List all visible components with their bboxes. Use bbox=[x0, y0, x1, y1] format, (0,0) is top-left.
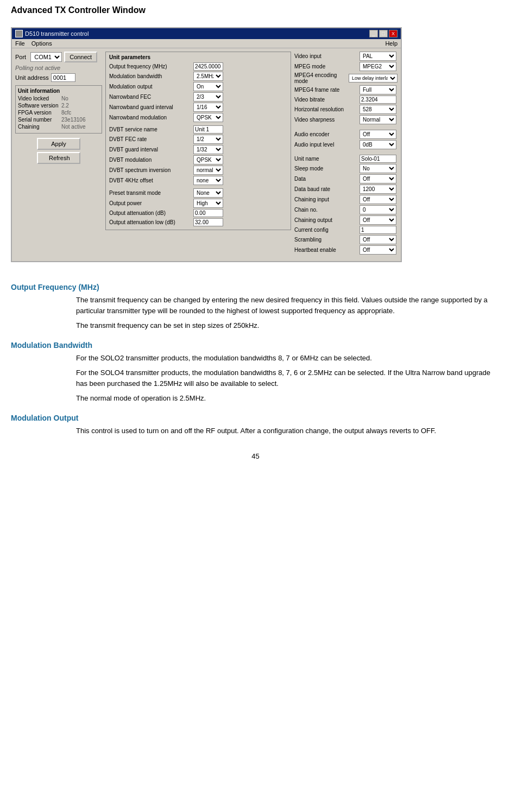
unit-params-title: Unit parameters bbox=[109, 54, 287, 60]
right-label-baudrate: Data baud rate bbox=[294, 186, 359, 192]
right-input-curconfig[interactable] bbox=[359, 226, 396, 234]
param-label-4: Narrowband guard interval bbox=[109, 104, 193, 110]
param-select-dvbtmod[interactable]: QPSK bbox=[193, 155, 223, 164]
right-select-chainno[interactable]: 0 bbox=[359, 205, 396, 214]
param-label-2: Modulation output bbox=[109, 84, 193, 90]
maximize-button[interactable]: □ bbox=[379, 30, 388, 37]
param-input-freq[interactable] bbox=[193, 62, 223, 71]
param-select-nbguard[interactable]: 1/16 bbox=[193, 103, 223, 112]
param-label-8: DVBT guard interval bbox=[109, 147, 193, 153]
right-select-vidinput[interactable]: PAL bbox=[359, 52, 396, 61]
param-label-6: DVBT service name bbox=[109, 126, 193, 132]
param-label-11: DVBT 4KHz offset bbox=[109, 177, 193, 183]
para-modbw-0: For the SOLO2 transmitter products, the … bbox=[76, 353, 500, 364]
info-label-fpga: FPGA version bbox=[18, 110, 61, 116]
right-label-audiolevel: Audio input level bbox=[294, 142, 359, 148]
right-label-scramble: Scrambling bbox=[294, 237, 359, 243]
right-label-chainno: Chain no. bbox=[294, 207, 359, 213]
param-select-preset[interactable]: None bbox=[193, 188, 223, 198]
para-modout-0: This control is used to turn on and off … bbox=[76, 426, 500, 436]
info-value-fpga: 8cfc bbox=[61, 110, 71, 116]
right-select-chainout[interactable]: Off bbox=[359, 215, 396, 225]
param-label-9: DVBT modulation bbox=[109, 157, 193, 163]
param-label-1: Modulation bandwidth bbox=[109, 73, 193, 79]
right-select-audiolevel[interactable]: 0dB bbox=[359, 140, 396, 149]
close-button[interactable]: X bbox=[389, 30, 398, 37]
right-label-data: Data bbox=[294, 176, 359, 182]
para-output-freq-0: The transmit frequency can be changed by… bbox=[76, 295, 500, 316]
param-label-13: Output power bbox=[109, 200, 193, 206]
param-label-12: Preset transmit mode bbox=[109, 190, 193, 196]
info-label-video-locked: Video locked bbox=[18, 96, 61, 101]
section-output-freq: Output Frequency (MHz) The transmit freq… bbox=[11, 283, 500, 331]
param-select-specinv[interactable]: normal bbox=[193, 166, 223, 175]
param-select-4khz[interactable]: none bbox=[193, 176, 223, 185]
polling-status: Polling not active bbox=[15, 65, 102, 71]
param-label-0: Output frequency (MHz) bbox=[109, 64, 193, 69]
info-label-sw-version: Software version bbox=[18, 103, 61, 109]
right-label-chainout: Chaining output bbox=[294, 217, 359, 223]
right-group-2: Audio encoderOff Audio input level0dB bbox=[294, 130, 398, 149]
param-select-modbw[interactable]: 2.5MHz bbox=[193, 72, 223, 81]
page-number: 45 bbox=[11, 452, 500, 460]
right-group-1: Video inputPAL MPEG modeMPEG2 MPEG4 enco… bbox=[294, 52, 398, 124]
page-main-heading: Advanced TX Controller Window bbox=[11, 5, 500, 15]
right-select-scramble[interactable]: Off bbox=[359, 235, 396, 244]
right-select-sleep[interactable]: No bbox=[359, 164, 396, 173]
right-select-audioenc[interactable]: Off bbox=[359, 130, 396, 139]
param-select-dvbtfec[interactable]: 1/2 bbox=[193, 135, 223, 144]
param-select-nbfec[interactable]: 2/3 bbox=[193, 92, 223, 101]
port-select[interactable]: COM1 bbox=[30, 52, 62, 62]
menu-options[interactable]: Options bbox=[31, 40, 52, 47]
para-modbw-2: The normal mode of operation is 2.5MHz. bbox=[76, 393, 500, 404]
param-input-atten[interactable] bbox=[193, 209, 223, 217]
right-select-data[interactable]: Off bbox=[359, 174, 396, 183]
param-input-svcname[interactable] bbox=[193, 125, 223, 134]
menu-help[interactable]: Help bbox=[385, 40, 398, 47]
right-select-heartbeat[interactable]: Off bbox=[359, 245, 396, 255]
right-select-chainin[interactable]: Off bbox=[359, 195, 396, 204]
info-label-serial: Serial number bbox=[18, 117, 61, 123]
info-label-chaining: Chaining bbox=[18, 124, 61, 130]
param-select-dvbtguard[interactable]: 1/32 bbox=[193, 145, 223, 154]
right-label-mpeg4enc: MPEG4 encoding mode bbox=[294, 72, 349, 84]
param-select-nbmod[interactable]: QPSK bbox=[193, 113, 223, 122]
param-label-15: Output attenuation low (dB) bbox=[109, 219, 193, 225]
right-input-unitname[interactable] bbox=[359, 155, 396, 163]
menu-bar: File Options Help bbox=[12, 39, 401, 48]
right-select-hres[interactable]: 528 bbox=[359, 105, 396, 114]
menu-file[interactable]: File bbox=[15, 40, 25, 47]
right-label-sleep: Sleep mode bbox=[294, 166, 359, 172]
right-label-unitname: Unit name bbox=[294, 156, 359, 162]
right-label-chainin: Chaining input bbox=[294, 196, 359, 202]
unit-address-input[interactable] bbox=[51, 73, 75, 82]
right-select-mpeg4enc[interactable]: Low delay interlace bbox=[349, 74, 398, 83]
minimize-button[interactable]: _ bbox=[369, 30, 378, 37]
param-select-modout[interactable]: On bbox=[193, 82, 223, 91]
heading-mod-bandwidth: Modulation Bandwidth bbox=[11, 341, 500, 350]
right-select-mpeg4fps[interactable]: Full bbox=[359, 85, 396, 94]
refresh-button[interactable]: Refresh bbox=[37, 152, 80, 164]
right-select-vidsharp[interactable]: Normal bbox=[359, 115, 396, 124]
window-icon bbox=[15, 30, 23, 37]
param-label-10: DVBT spectrum inversion bbox=[109, 167, 193, 173]
right-label-mpeg4fps: MPEG4 frame rate bbox=[294, 87, 359, 93]
right-label-mpegmode: MPEG mode bbox=[294, 64, 359, 69]
right-select-mpegmode[interactable]: MPEG2 bbox=[359, 62, 396, 71]
param-label-14: Output attenuation (dB) bbox=[109, 210, 193, 216]
para-modbw-1: For the SOLO4 transmitter products, the … bbox=[76, 367, 500, 389]
apply-button[interactable]: Apply bbox=[37, 138, 80, 150]
connect-button[interactable]: Connect bbox=[64, 52, 97, 62]
right-label-curconfig: Current config bbox=[294, 227, 359, 233]
right-label-heartbeat: Heartbeat enable bbox=[294, 247, 359, 253]
right-select-baudrate[interactable]: 1200 bbox=[359, 185, 396, 194]
right-label-hres: Horizontal resolution bbox=[294, 106, 359, 112]
right-input-vidbitrate[interactable] bbox=[359, 96, 396, 104]
left-panel: Port COM1 Connect Polling not active Uni… bbox=[15, 52, 102, 258]
param-input-attenlow[interactable] bbox=[193, 218, 223, 226]
heading-output-freq: Output Frequency (MHz) bbox=[11, 283, 500, 291]
param-select-power[interactable]: High bbox=[193, 199, 223, 208]
section-mod-bandwidth: Modulation Bandwidth For the SOLO2 trans… bbox=[11, 341, 500, 404]
right-group-3: Unit name Sleep modeNo DataOff Data baud… bbox=[294, 155, 398, 255]
unit-params-box: Unit parameters Output frequency (MHz) M… bbox=[105, 52, 291, 230]
